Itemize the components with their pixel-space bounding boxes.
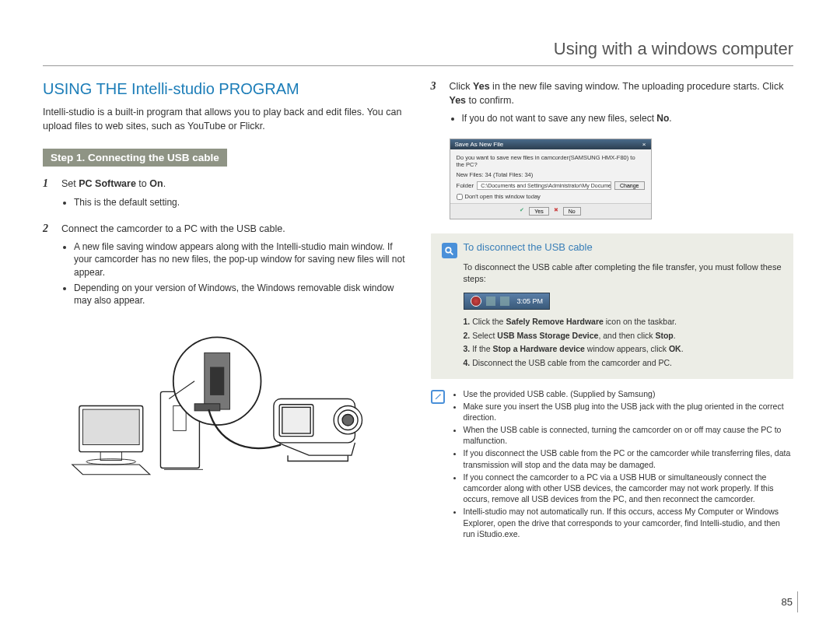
folder-label: Folder [457,182,474,189]
svg-rect-1 [82,409,139,444]
intro-text: Intelli-studio is a built-in program tha… [43,106,406,133]
dialog-question: Do you want to save new files in camcord… [457,154,645,168]
page-number: 85 [782,591,798,612]
change-button[interactable]: Change [614,181,645,190]
list-item: If you connect the camcorder to a PC via… [464,472,794,505]
yes-label2: Yes [450,95,467,106]
svg-rect-8 [210,367,224,395]
step1-text: Set [61,178,79,189]
no-label: No [656,113,669,124]
list-item: Intelli-studio may not automatically run… [464,506,794,539]
no-button[interactable]: No [563,207,581,216]
safely-remove-icon [471,296,481,307]
save-as-new-file-dialog: Save As New File × Do you want to save n… [450,139,652,219]
list-item: Use the provided USB cable. (Supplied by… [464,388,794,399]
pc-software-label: PC Software [79,178,136,189]
dialog-file-count: New Files: 34 (Total Files: 34) [457,171,645,178]
step-number: 2 [43,223,54,313]
svg-point-3 [86,459,136,465]
note-icon [431,390,445,404]
dont-open-label: Don't open this window today [465,193,541,200]
folder-path-input[interactable]: C:\Documents and Settings\Administrator\… [477,181,611,190]
disconnect-step: 1. Click the Safely Remove Hardware icon… [464,316,783,328]
disconnect-desc: To disconnect the USB cable after comple… [464,261,783,285]
step2-text: Connect the camcorder to a PC with the U… [61,223,285,234]
step2-note2: Depending on your version of Windows, th… [74,282,406,307]
step1-note: This is the default setting. [74,196,406,209]
tray-icon [486,296,495,306]
yes-button[interactable]: Yes [529,207,548,216]
step-1: 1 Set PC Software to On. This is the def… [43,177,406,215]
tray-icon [500,296,509,306]
list-item: Make sure you insert the USB plug into t… [464,401,794,423]
taskbar-screenshot: 3:05 PM [464,293,551,310]
taskbar-time: 3:05 PM [517,297,544,305]
magnifier-icon [442,243,457,258]
step-number: 1 [43,177,54,215]
section-title: USING THE Intelli-studio PROGRAM [43,80,406,98]
left-column: USING THE Intelli-studio PROGRAM Intelli… [43,80,406,541]
list-item: If you disconnect the USB cable from the… [464,447,794,469]
usb-connection-illustration [43,321,406,484]
step3-note: If you do not want to save any new files… [462,112,794,125]
svg-rect-15 [282,407,310,433]
dialog-title: Save As New File [455,141,504,148]
step-2: 2 Connect the camcorder to a PC with the… [43,223,406,313]
page-header: Using with a windows computer [43,39,793,66]
step-number: 3 [431,80,442,131]
step-3: 3 Click Yes in the new file saving windo… [431,80,794,131]
svg-point-16 [446,247,451,253]
on-label: On [149,178,163,189]
disconnect-info-box: To disconnect the USB cable To disconnec… [431,233,794,378]
close-icon[interactable]: × [642,141,646,148]
yes-label: Yes [473,81,490,92]
usage-notes: Use the provided USB cable. (Supplied by… [431,388,794,541]
disconnect-title: To disconnect the USB cable [464,241,593,253]
right-column: 3 Click Yes in the new file saving windo… [431,80,794,541]
disconnect-step: 4. Disconnect the USB cable from the cam… [464,357,783,369]
dont-open-checkbox[interactable] [457,194,463,200]
disconnect-step: 3. If the Stop a Hardware device window … [464,343,783,355]
list-item: When the USB cable is connected, turning… [464,424,794,446]
step-heading-bar: Step 1. Connecting the USB cable [43,149,227,167]
disconnect-step: 2. Select USB Mass Storage Device, and t… [464,330,783,342]
step2-note1: A new file saving window appears along w… [74,240,406,279]
svg-rect-9 [194,404,220,411]
svg-point-13 [342,415,354,426]
